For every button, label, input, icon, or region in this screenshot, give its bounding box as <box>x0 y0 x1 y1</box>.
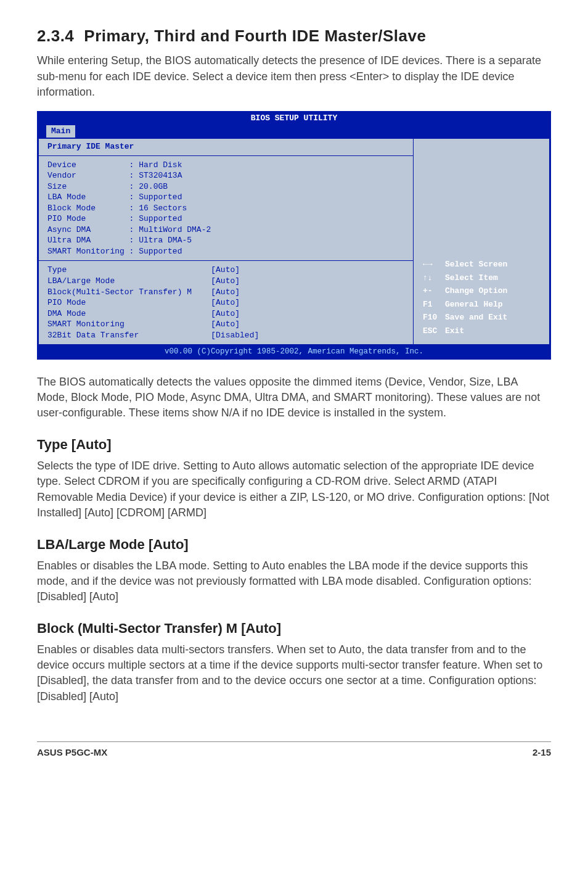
bios-left-pane: Primary IDE Master Device : Hard Disk Ve… <box>39 139 414 344</box>
help-key: +- <box>422 285 443 297</box>
bios-tab-main[interactable]: Main <box>46 125 75 138</box>
help-key: ↑↓ <box>422 272 443 284</box>
bios-help-table: ←→Select Screen↑↓Select Item+-Change Opt… <box>421 257 542 338</box>
bios-panel-heading: Primary IDE Master <box>39 139 413 155</box>
section-number: 2.3.4 <box>37 27 74 45</box>
bios-info-block: Device : Hard Disk Vendor : ST320413A Si… <box>39 156 413 262</box>
type-heading: Type [Auto] <box>37 435 551 455</box>
section-heading: 2.3.4Primary, Third and Fourth IDE Maste… <box>37 25 551 47</box>
section-title: Primary, Third and Fourth IDE Master/Sla… <box>84 27 426 45</box>
footer-left: ASUS P5GC-MX <box>37 746 107 759</box>
bios-options-block[interactable]: Type [Auto] LBA/Large Mode [Auto] Block(… <box>39 261 413 344</box>
help-label: Save and Exit <box>444 311 541 324</box>
bios-panel: BIOS SETUP UTILITY Main Primary IDE Mast… <box>37 111 551 360</box>
help-label: Exit <box>444 325 541 337</box>
lba-body: Enables or disables the LBA mode. Settin… <box>37 558 551 605</box>
help-key: F10 <box>422 311 443 324</box>
after-bios-paragraph: The BIOS automatically detects the value… <box>37 374 551 421</box>
bios-body: Primary IDE Master Device : Hard Disk Ve… <box>38 138 550 345</box>
bios-help-pane: ←→Select Screen↑↓Select Item+-Change Opt… <box>414 139 549 344</box>
footer-right: 2-15 <box>533 746 551 759</box>
help-label: Select Item <box>444 272 541 284</box>
help-key: F1 <box>422 299 443 311</box>
help-label: Change Option <box>444 285 541 297</box>
help-key: ←→ <box>422 258 443 271</box>
block-body: Enables or disables data multi-sectors t… <box>37 642 551 704</box>
help-label: General Help <box>444 299 541 311</box>
section-intro: While entering Setup, the BIOS automatic… <box>37 53 551 100</box>
help-label: Select Screen <box>444 258 541 271</box>
page-footer: ASUS P5GC-MX 2-15 <box>37 741 551 759</box>
bios-tab-row: Main <box>38 125 550 138</box>
block-heading: Block (Multi-Sector Transfer) M [Auto] <box>37 619 551 638</box>
help-key: ESC <box>422 325 443 337</box>
type-body: Selects the type of IDE drive. Setting t… <box>37 458 551 521</box>
bios-title: BIOS SETUP UTILITY <box>38 112 550 125</box>
bios-footer: v00.00 (C)Copyright 1985-2002, American … <box>38 345 550 359</box>
lba-heading: LBA/Large Mode [Auto] <box>37 535 551 555</box>
